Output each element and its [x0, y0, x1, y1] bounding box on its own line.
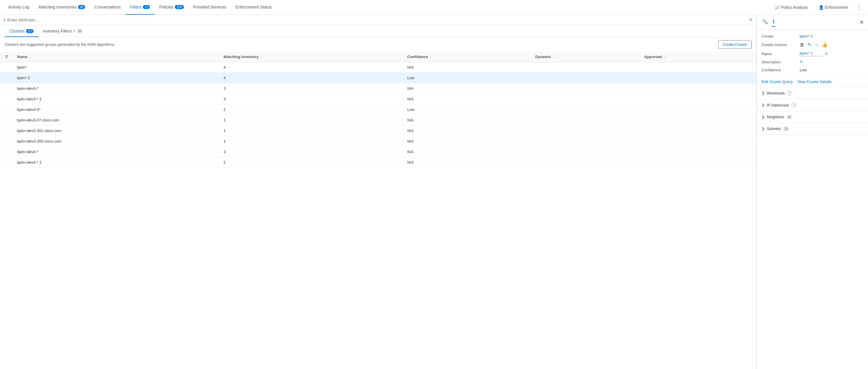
approve-cluster-icon[interactable]: 👍 [822, 42, 828, 48]
name-edit-icon[interactable]: ✎ [825, 52, 828, 56]
confidence-column-header[interactable]: Confidence ↕ [403, 52, 531, 62]
section-label-workloads: Workloads [767, 91, 785, 95]
section-question-icon-ip-addresses[interactable]: ? [792, 103, 796, 107]
nav-right: 📈 Policy Analysis 👤 Enforcement ⋮ [770, 0, 865, 15]
row-confidence-cell: N/A [403, 136, 531, 147]
edit-cluster-query-link[interactable]: Edit Cluster Query [762, 80, 793, 84]
row-matching-inventory-cell: 3 [219, 147, 403, 157]
table-row[interactable]: bpim-idev4-* 3 N/A [0, 147, 756, 157]
row-confidence-cell: Low [403, 73, 531, 83]
matching-inventory-column-header[interactable]: Matching Inventory ↕ [219, 52, 403, 62]
section-question-icon-workloads[interactable]: ? [787, 91, 792, 95]
delete-cluster-icon[interactable]: 🗑 [800, 42, 804, 48]
nav-item-enforcement[interactable]: 👤 Enforcement [814, 0, 853, 15]
nav-item-matching-inventories[interactable]: Matching Inventories46 [34, 0, 90, 15]
name-field[interactable]: bpim* 2 [800, 51, 823, 56]
section-ip-addresses: ❯ IP Addresses ? [757, 99, 868, 111]
row-approved-cell [640, 62, 756, 73]
right-info-icon[interactable]: ℹ [772, 18, 776, 27]
view-cluster-details-link[interactable]: View Cluster Details [797, 80, 831, 84]
nav-item-policies[interactable]: Policies154 [155, 0, 189, 15]
row-filter-cell [0, 147, 13, 157]
row-confidence-cell: N/A [403, 94, 531, 104]
create-cluster-button[interactable]: Create Cluster [718, 40, 752, 49]
cluster-table-wrapper: ▽ Name ↕ Matching Inventory ↕ Confidence… [0, 52, 756, 369]
name-sort-icon: ↕ [29, 55, 31, 59]
row-dynamic-cell [531, 115, 640, 126]
name-row: Name bpim* 2 ✎ [762, 51, 863, 56]
row-filter-cell [0, 62, 13, 73]
table-row[interactable]: bpim-idev3-* 3 N/A [0, 83, 756, 94]
section-workloads: ❯ Workloads ? [757, 87, 868, 99]
section-label-neighbors: Neighbors [767, 115, 784, 119]
nav-item-policy-analysis[interactable]: 📈 Policy Analysis [770, 0, 813, 15]
row-confidence-cell: Low [403, 104, 531, 115]
name-label: Name [762, 52, 800, 56]
row-dynamic-cell [531, 83, 640, 94]
row-matching-inventory-cell: 4 [219, 62, 403, 73]
tab-inventory-filters[interactable]: Inventory Filters ℹ 0 [38, 25, 88, 37]
row-filter-cell [0, 73, 13, 83]
row-name-cell: bpim* 2 [13, 73, 219, 83]
table-row[interactable]: bpim-idev3-0* 2 Low [0, 104, 756, 115]
filter-icon[interactable]: ▽ [5, 55, 8, 59]
row-approved-cell [640, 83, 756, 94]
right-search-icon[interactable]: 🔍 [761, 18, 769, 27]
confidence-sort-icon: ↕ [430, 55, 432, 59]
table-row[interactable]: bpim-idev4-* 2 2 N/A [0, 157, 756, 168]
row-filter-cell [0, 126, 13, 136]
table-row[interactable]: bpim-idev3-07.cisco.com 1 N/A [0, 115, 756, 126]
tabs-bar: Clusters 23 Inventory Filters ℹ 0 [0, 25, 756, 37]
description-edit-icon[interactable]: ✎ [800, 60, 803, 64]
approved-column-header[interactable]: Approved ↕ [640, 52, 756, 62]
row-filter-cell [0, 104, 13, 115]
chevron-icon-neighbors: ❯ [762, 115, 765, 119]
section-header-ip-addresses[interactable]: ❯ IP Addresses ? [757, 99, 868, 111]
table-row[interactable]: bpim-idev3-201.cisco.com 1 N/A [0, 126, 756, 136]
row-matching-inventory-cell: 3 [219, 83, 403, 94]
section-label-subnets: Subnets [767, 126, 781, 131]
section-badge-subnets: 2 [783, 127, 789, 131]
nav-item-provided-services[interactable]: Provided Services [189, 0, 231, 15]
table-row[interactable]: bpim-idev3-203.cisco.com 1 N/A [0, 136, 756, 147]
row-matching-inventory-cell: 2 [219, 157, 403, 168]
nav-item-conversations[interactable]: Conversations [90, 0, 125, 15]
row-filter-cell [0, 83, 13, 94]
row-approved-cell [640, 104, 756, 115]
name-column-header[interactable]: Name ↕ [13, 52, 219, 62]
clusters-badge: 23 [26, 29, 33, 33]
export-cluster-icon[interactable]: → [814, 42, 819, 48]
section-header-subnets[interactable]: ❯ Subnets 2 [757, 123, 868, 134]
cluster-value[interactable]: bpim* 2 [800, 34, 813, 38]
row-approved-cell [640, 115, 756, 126]
section-neighbors: ❯ Neighbors 5 [757, 111, 868, 123]
row-name-cell: bpim-idev3-* 2 [13, 94, 219, 104]
section-header-workloads[interactable]: ❯ Workloads ? [757, 87, 868, 99]
table-row[interactable]: bpim* 4 N/A [0, 62, 756, 73]
nav-more-button[interactable]: ⋮ [854, 4, 865, 11]
row-dynamic-cell [531, 73, 640, 83]
cluster-actions-row: Cluster Actions 🗑 ✎ → 👍 [762, 42, 863, 48]
cluster-label: Cluster [762, 34, 800, 38]
search-input[interactable] [7, 18, 747, 22]
tab-clusters[interactable]: Clusters 23 [5, 25, 38, 37]
search-clear-button[interactable]: ✕ [749, 17, 753, 23]
table-row[interactable]: bpim* 2 4 Low [0, 73, 756, 83]
matching-inventory-sort-icon: ↕ [260, 55, 262, 59]
row-matching-inventory-cell: 1 [219, 136, 403, 147]
filter-column-header: ▽ [0, 52, 13, 62]
table-row[interactable]: bpim-idev3-* 2 3 N/A [0, 94, 756, 104]
edit-cluster-icon[interactable]: ✎ [807, 42, 811, 48]
right-panel-close-button[interactable]: ✕ [860, 19, 864, 26]
left-panel: ℹ ✕ Clusters 23 Inventory Filters ℹ 0 Cl… [0, 15, 756, 369]
nav-item-filters[interactable]: Filters13 [125, 0, 155, 15]
row-matching-inventory-cell: 3 [219, 94, 403, 104]
nav-item-activity-log[interactable]: Activity Log [3, 0, 34, 15]
section-subnets: ❯ Subnets 2 [757, 123, 868, 135]
section-header-neighbors[interactable]: ❯ Neighbors 5 [757, 111, 868, 123]
nav-item-enforcement-status[interactable]: Enforcement Status [231, 0, 276, 15]
row-matching-inventory-cell: 1 [219, 126, 403, 136]
row-confidence-cell: N/A [403, 157, 531, 168]
row-dynamic-cell [531, 62, 640, 73]
dynamic-column-header[interactable]: Dynamic ↕ [531, 52, 640, 62]
